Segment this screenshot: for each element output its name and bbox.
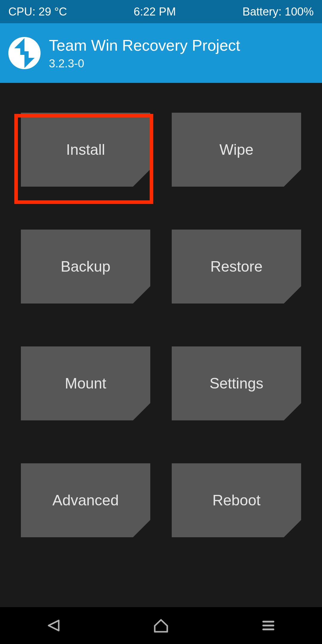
home-button[interactable] [143, 614, 179, 637]
status-bar: CPU: 29 °C 6:22 PM Battery: 100% [0, 0, 322, 23]
menu-button[interactable] [250, 614, 286, 637]
backup-button[interactable]: Backup [21, 230, 150, 304]
battery-status: Battery: 100% [242, 5, 314, 18]
home-icon [152, 617, 170, 634]
menu-icon [260, 617, 276, 634]
cpu-temp: CPU: 29 °C [8, 5, 67, 18]
clock: 6:22 PM [134, 5, 176, 18]
settings-button[interactable]: Settings [172, 346, 301, 420]
main-menu-grid: Install Wipe Backup Restore Mount Settin… [0, 83, 322, 537]
back-icon [46, 617, 62, 634]
app-version: 3.2.3-0 [49, 57, 240, 70]
app-header: Team Win Recovery Project 3.2.3-0 [0, 23, 322, 83]
advanced-button[interactable]: Advanced [21, 463, 150, 537]
navigation-bar [0, 607, 322, 644]
twrp-logo-icon [8, 37, 41, 69]
reboot-button[interactable]: Reboot [172, 463, 301, 537]
mount-button[interactable]: Mount [21, 346, 150, 420]
app-title: Team Win Recovery Project [49, 36, 240, 54]
back-button[interactable] [36, 614, 72, 637]
install-button[interactable]: Install [21, 113, 150, 187]
wipe-button[interactable]: Wipe [172, 113, 301, 187]
restore-button[interactable]: Restore [172, 230, 301, 304]
